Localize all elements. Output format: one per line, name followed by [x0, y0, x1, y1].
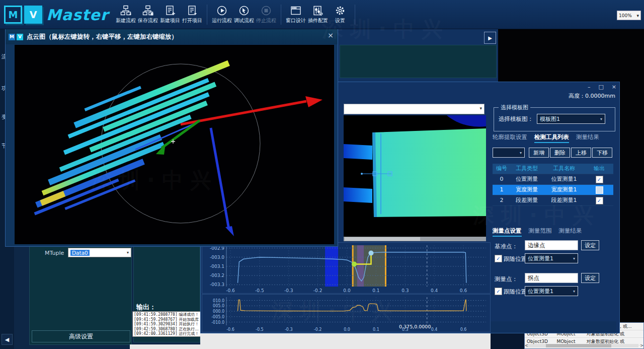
scan-2d-image: [344, 115, 486, 241]
follow-position-value: 位置测量1: [528, 255, 553, 262]
expand-right-button[interactable]: ▶: [484, 32, 496, 44]
height-readout: 高度：0.0000mm: [569, 92, 615, 100]
header-name: 工具名称: [543, 164, 585, 174]
maximize-button[interactable]: □: [598, 84, 603, 90]
pointcloud-titlebar[interactable]: M V 点云图（鼠标左键旋转，右键平移，左键加右键缩放） ×: [6, 29, 338, 44]
output-log[interactable]: [09:41:59.2808778] 编译成功！ [09:41:59.29487…: [132, 311, 201, 337]
log-entry: [09:41:59.2948767] 开始加载库！: [134, 317, 199, 322]
svg-text:0.0: 0.0: [344, 327, 350, 332]
tab-measure-point-settings[interactable]: 测量点设置: [493, 227, 522, 237]
image-source-combo[interactable]: ▾: [344, 104, 485, 114]
follow-position-dropdown[interactable]: 位置测量1 ▾: [525, 253, 578, 263]
move-down-button[interactable]: 下移: [592, 148, 612, 158]
chevron-down-icon: ▾: [636, 13, 639, 18]
new-project-icon: [165, 5, 176, 16]
debug-flow-button[interactable]: 调试流程: [233, 2, 255, 27]
scrollbar-thumb[interactable]: [546, 344, 611, 347]
mini-m-icon: M: [9, 34, 15, 40]
base-point-set-button[interactable]: 设定: [581, 240, 599, 250]
base-point-input[interactable]: 边缘点: [525, 240, 578, 250]
svg-text:0.1: 0.1: [372, 288, 379, 293]
svg-text:-003.0: -003.0: [210, 255, 224, 260]
toolbar-separator: [207, 5, 207, 25]
table-row[interactable]: 2 段差测量 段差测量1 ✓: [493, 195, 613, 206]
toolbar-label: 新建项目: [160, 17, 180, 24]
run-flow-button[interactable]: 运行流程: [211, 2, 233, 27]
svg-text:-0.2: -0.2: [313, 288, 323, 293]
chevron-down-icon: ▾: [520, 151, 522, 155]
horizontal-scrollbar[interactable]: [526, 344, 638, 347]
minimize-button[interactable]: –: [588, 84, 591, 90]
scroll-left-arrow[interactable]: <: [525, 343, 528, 348]
bottom-white-strip: [200, 333, 491, 349]
toolbar-separator: [281, 5, 281, 25]
svg-text:-0.5: -0.5: [256, 327, 264, 332]
follow-position-dropdown-2[interactable]: 位置测量1 ▾: [525, 286, 578, 296]
cell-type: 段差测量: [511, 195, 543, 205]
table-row-selected[interactable]: 1 宽度测量 宽度测量1: [493, 185, 613, 195]
new-flow-icon: [120, 5, 131, 16]
tab-measure-range[interactable]: 测量范围: [529, 227, 552, 237]
new-flow-button[interactable]: 新建流程: [115, 2, 137, 27]
svg-text:000.0: 000.0: [213, 309, 224, 314]
svg-text:0.3: 0.3: [401, 288, 409, 293]
plugin-config-button[interactable]: 插件配置: [307, 2, 329, 27]
table-row[interactable]: 0 位置测量 位置测量1 ✓: [493, 174, 613, 185]
image-2d-view[interactable]: [344, 115, 486, 241]
window-design-button[interactable]: 窗口设计: [285, 2, 307, 27]
mtuple-dropdown[interactable]: Data0 ▾: [68, 248, 131, 257]
output-checkbox[interactable]: [596, 186, 603, 194]
new-project-button[interactable]: 新建项目: [159, 2, 181, 27]
scroll-right-arrow[interactable]: >: [640, 343, 643, 348]
log-entry: [09:41:59.2808778] 编译成功！: [134, 312, 199, 317]
cursor-coordinate-readout: 0.375,0.0000: [399, 324, 431, 329]
move-up-button[interactable]: 上移: [571, 148, 591, 158]
svg-text:0.0: 0.0: [343, 288, 351, 293]
pointcloud-3d-canvas[interactable]: [15, 45, 334, 244]
follow-position-checkbox[interactable]: ✓: [495, 255, 502, 262]
follow-position-checkbox[interactable]: ✓: [495, 288, 502, 295]
tool-type-dropdown[interactable]: ▾: [493, 148, 525, 158]
close-icon[interactable]: ×: [328, 31, 334, 39]
cell-id: 1: [493, 185, 511, 195]
add-tool-button[interactable]: 新增: [529, 148, 549, 158]
close-button[interactable]: ×: [612, 84, 616, 90]
header-id: 编号: [493, 164, 511, 174]
tab-measure-results[interactable]: 测量结果: [576, 133, 599, 143]
open-project-button[interactable]: 打开项目: [181, 2, 203, 27]
template-value: 模板图1: [540, 115, 560, 123]
follow-position-label: 跟随位置: [504, 255, 527, 263]
top-middle-strip: ▶: [338, 29, 498, 82]
follow-position-value: 位置测量1: [528, 288, 553, 295]
output-checkbox[interactable]: ✓: [596, 176, 603, 183]
measure-point-set-button[interactable]: 设定: [581, 273, 599, 283]
delete-tool-button[interactable]: 删除: [550, 148, 570, 158]
tab-tool-list[interactable]: 检测工具列表: [534, 133, 569, 143]
svg-text:-010.0: -010.0: [211, 320, 224, 325]
collapse-left-button[interactable]: ◀: [2, 334, 13, 345]
settings-button[interactable]: 设置: [329, 2, 351, 27]
plugin-config-icon: [312, 5, 324, 16]
tab-measure-result[interactable]: 测量结果: [559, 227, 582, 237]
zoom-level-combo[interactable]: 100% ▾: [617, 11, 641, 20]
advanced-settings-button[interactable]: 高级设置: [32, 330, 130, 342]
bottom-left-backdrop: MTuple Data0 ▾ 高级设置 输出： [09:41:59.280877…: [14, 242, 200, 349]
template-dropdown[interactable]: 模板图1 ▾: [537, 114, 605, 124]
measure-point-input[interactable]: 拐点: [525, 273, 578, 283]
tab-contour-settings[interactable]: 轮廓提取设置: [493, 133, 527, 143]
output-checkbox[interactable]: ✓: [596, 197, 603, 204]
window-controls: – □ ×: [588, 84, 616, 90]
svg-text:-0.6: -0.6: [226, 288, 235, 293]
log-entry: [09:42:00.3361129] 运行完成！: [134, 331, 199, 336]
svg-text:005.0: 005.0: [213, 304, 224, 308]
toolbar-separator: [355, 5, 355, 25]
save-flow-button[interactable]: 保存流程: [137, 2, 159, 27]
cell-name: 位置测量1: [543, 174, 585, 184]
mtuple-label: MTuple: [45, 250, 64, 256]
pointcloud-window: M V 点云图（鼠标左键旋转，右键平移，左键加右键缩放） ×: [5, 29, 338, 247]
svg-text:010.0: 010.0: [213, 299, 224, 303]
header-type: 工具类型: [511, 164, 543, 174]
measure-point-label: 测量点：: [495, 275, 518, 283]
vmaster-app: { "watermark": "深圳·中兴", "app": { "logo_m…: [0, 0, 644, 349]
output-panel: 输出： [09:41:59.2808778] 编译成功！ [09:41:59.2…: [133, 243, 200, 342]
